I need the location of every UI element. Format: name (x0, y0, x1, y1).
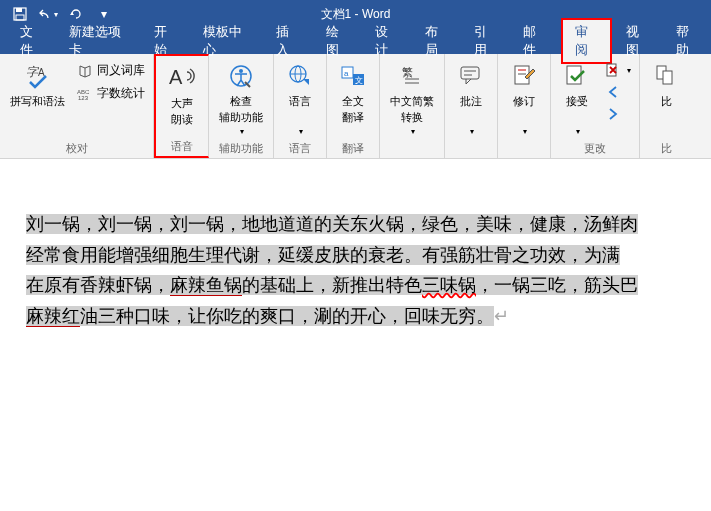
accessibility-icon (225, 60, 257, 92)
group-accessibility: 检查 辅助功能▾ 辅助功能 (209, 54, 274, 158)
next-change-button[interactable] (601, 104, 635, 124)
reject-icon (605, 62, 621, 78)
group-chinese-label (384, 156, 440, 158)
group-speech: A 大声 朗读 语音 (154, 54, 209, 158)
chevron-down-icon: ▾ (627, 66, 631, 75)
spell-grammar-button[interactable]: 字A 拼写和语法 (4, 56, 71, 112)
document-area[interactable]: 刘一锅，刘一锅，刘一锅，地地道道的关东火锅，绿色，美味，健康，汤鲜肉 经常食用能… (0, 159, 711, 331)
chevron-down-icon: ▾ (240, 127, 244, 137)
text-line: 在原有香辣虾锅，麻辣鱼锅的基础上，新推出特色三味锅，一锅三吃，筋头巴 (26, 270, 711, 301)
translate-icon: a文 (337, 60, 369, 92)
chevron-down-icon: ▾ (470, 127, 474, 137)
svg-text:a: a (344, 69, 349, 78)
group-proofing-label: 校对 (4, 141, 149, 158)
svg-point-9 (239, 69, 243, 73)
document-text: 刘一锅，刘一锅，刘一锅，地地道道的关东火锅，绿色，美味，健康，汤鲜肉 经常食用能… (0, 209, 711, 331)
group-proofing: 字A 拼写和语法 同义词库 ABC123 字数统计 校对 (0, 54, 154, 158)
group-changes-label: 更改 (555, 141, 635, 158)
selected-text: 经常食用能增强细胞生理代谢，延缓皮肤的衰老。有强筋壮骨之功效，为满 (26, 245, 620, 265)
wordcount-button[interactable]: ABC123 字数统计 (73, 83, 149, 104)
window-title: 文档1 - Word (321, 6, 391, 23)
accessibility-label2: 辅助功能 (219, 110, 263, 124)
chevron-down-icon: ▾ (523, 127, 527, 137)
group-language-label: 语言 (278, 141, 322, 158)
svg-text:文: 文 (355, 76, 363, 85)
accessibility-label1: 检查 (230, 94, 252, 108)
read-aloud-label1: 大声 (171, 96, 193, 110)
accept-icon (561, 60, 593, 92)
group-tracking-label (502, 156, 546, 158)
language-button[interactable]: 语言▾ (278, 56, 322, 141)
prev-icon (605, 84, 621, 100)
chinese-convert-button[interactable]: 繁 中文简繁 转换▾ (384, 56, 440, 141)
next-icon (605, 106, 621, 122)
reject-button[interactable]: ▾ (601, 60, 635, 80)
translate-button[interactable]: a文 全文 翻译 (331, 56, 375, 129)
selected-text: 麻辣鱼锅 (170, 275, 242, 296)
group-tracking: 修订▾ (498, 54, 551, 158)
translate-label1: 全文 (342, 94, 364, 108)
ribbon-tabs: 文件 新建选项卡 开始 模板中心 插入 绘图 设计 布局 引用 邮件 审阅 视图… (0, 28, 711, 54)
text-line: 刘一锅，刘一锅，刘一锅，地地道道的关东火锅，绿色，美味，健康，汤鲜肉 (26, 209, 711, 240)
language-label: 语言 (289, 94, 311, 108)
svg-rect-18 (461, 67, 479, 79)
comments-button[interactable]: 批注▾ (449, 56, 493, 141)
chinese-label1: 中文简繁 (390, 94, 434, 108)
chevron-down-icon: ▾ (411, 127, 415, 137)
chinese-label2: 转换 (401, 110, 423, 124)
group-language: 语言▾ 语言 (274, 54, 327, 158)
group-comments: 批注▾ (445, 54, 498, 158)
svg-text:繁: 繁 (402, 66, 413, 78)
book-icon (77, 63, 93, 79)
globe-icon (284, 60, 316, 92)
accept-button[interactable]: 接受▾ (555, 56, 599, 141)
paragraph-mark: ↵ (494, 306, 509, 326)
chevron-down-icon: ▾ (299, 127, 303, 137)
compare-label: 比 (661, 94, 672, 108)
group-compare-label: 比 (644, 141, 688, 158)
spell-grammar-label: 拼写和语法 (10, 94, 65, 108)
svg-rect-25 (607, 64, 616, 76)
chevron-down-icon: ▾ (576, 127, 580, 137)
thesaurus-label: 同义词库 (97, 62, 145, 79)
text-line: 经常食用能增强细胞生理代谢，延缓皮肤的衰老。有强筋壮骨之功效，为满 (26, 240, 711, 271)
compare-button[interactable]: 比 (644, 56, 688, 112)
compare-icon (650, 60, 682, 92)
chinese-convert-icon: 繁 (396, 60, 428, 92)
group-speech-label: 语音 (160, 139, 204, 156)
accessibility-button[interactable]: 检查 辅助功能▾ (213, 56, 269, 141)
thesaurus-button[interactable]: 同义词库 (73, 60, 149, 81)
tracking-icon (508, 60, 540, 92)
read-aloud-label2: 朗读 (171, 112, 193, 126)
read-aloud-button[interactable]: A 大声 朗读 (160, 58, 204, 131)
selected-text: 刘一锅，刘一锅，刘一锅，地地道道的关东火锅，绿色，美味，健康，汤鲜肉 (26, 214, 638, 234)
group-comments-label (449, 156, 493, 158)
group-compare: 比 比 (640, 54, 692, 158)
svg-text:123: 123 (78, 95, 89, 101)
selected-text: 在原有香辣虾锅， (26, 275, 170, 295)
group-chinese: 繁 中文简繁 转换▾ (380, 54, 445, 158)
spell-icon: 字A (22, 60, 54, 92)
selected-text: ，一锅三吃，筋头巴 (476, 275, 638, 295)
selected-text: 麻辣红 (26, 306, 80, 327)
text-line: 麻辣红油三种口味，让你吃的爽口，涮的开心，回味无穷。↵ (26, 301, 711, 332)
svg-text:A: A (169, 66, 183, 88)
translate-label2: 翻译 (342, 110, 364, 124)
comments-label: 批注 (460, 94, 482, 108)
svg-rect-27 (663, 71, 672, 84)
read-aloud-icon: A (166, 62, 198, 94)
accept-label: 接受 (566, 94, 588, 108)
selected-text: 三味锅 (422, 275, 476, 295)
group-accessibility-label: 辅助功能 (213, 141, 269, 158)
group-translate-label: 翻译 (331, 141, 375, 158)
wordcount-label: 字数统计 (97, 85, 145, 102)
ribbon: 字A 拼写和语法 同义词库 ABC123 字数统计 校对 A 大声 朗读 (0, 54, 711, 159)
group-translate: a文 全文 翻译 翻译 (327, 54, 380, 158)
group-changes: 接受▾ ▾ 更改 (551, 54, 640, 158)
svg-rect-1 (16, 8, 22, 12)
prev-change-button[interactable] (601, 82, 635, 102)
tracking-button[interactable]: 修订▾ (502, 56, 546, 141)
tracking-label: 修订 (513, 94, 535, 108)
selected-text: 油三种口味，让你吃的爽口，涮的开心，回味无穷。 (80, 306, 494, 326)
comment-icon (455, 60, 487, 92)
